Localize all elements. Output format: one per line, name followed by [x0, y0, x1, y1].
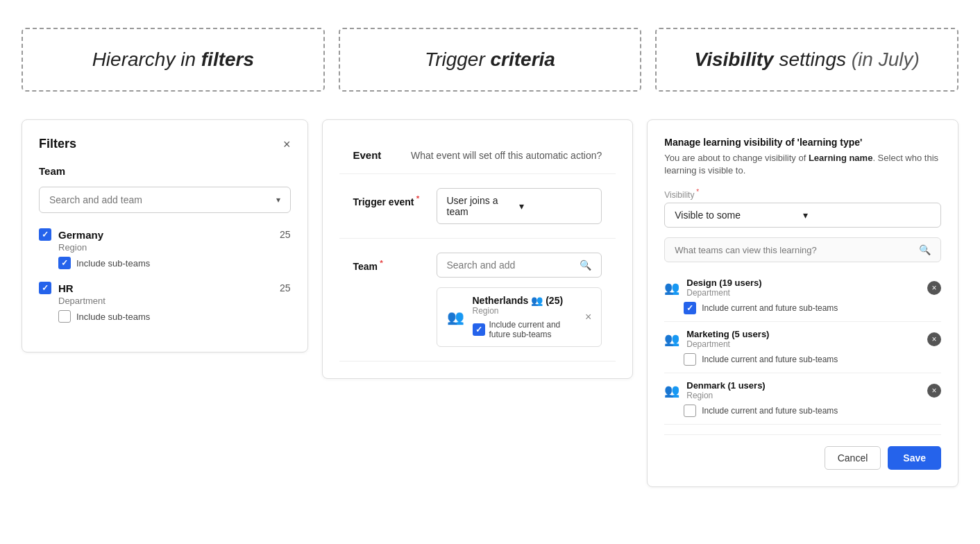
header-visibility-bold: Visibility	[695, 49, 774, 70]
trigger-team-tag: 👥 Netherlands 👥 (25) Region Include curr…	[437, 287, 602, 347]
vis-team-marketing: 👥 Marketing (5 users) Department × Inclu…	[664, 322, 941, 373]
vis-team-marketing-info: Marketing (5 users) Department	[686, 329, 920, 349]
vis-design-sub-row: Include current and future sub-teams	[684, 302, 941, 314]
trigger-team-row: Team * 🔍 👥 Netherlands 👥 (25) Reg	[339, 239, 616, 362]
visibility-search-icon: 🔍	[919, 244, 931, 255]
visibility-panel: Manage learning visibility of 'learning …	[647, 119, 958, 487]
filters-search-dropdown[interactable]: ▾	[39, 187, 291, 213]
header-trigger-title: Trigger criteria	[425, 49, 555, 71]
trigger-team-form-label: Team *	[353, 253, 423, 272]
vis-team-design-info: Design (19 users) Department	[686, 278, 920, 298]
header-filters-bold: filters	[201, 49, 254, 70]
hr-sub-row: Include sub-teams	[58, 310, 291, 323]
select-chevron-icon: ▾	[519, 201, 591, 212]
germany-sub-checkbox[interactable]	[58, 257, 71, 269]
trigger-question: What event will set off this automatic a…	[411, 150, 602, 161]
filters-section-title: Team	[39, 165, 291, 177]
visibility-field-label: Visibility *	[664, 188, 941, 200]
header-trigger-italic: Trigger	[425, 49, 490, 70]
germany-checkbox[interactable]	[39, 228, 51, 241]
design-sub-checkbox[interactable]	[684, 302, 696, 314]
filters-panel: Filters × Team ▾ Germany 25 Region Inclu…	[22, 119, 308, 352]
vis-team-marketing-type: Department	[686, 339, 920, 349]
germany-type: Region	[58, 242, 291, 253]
team-tag-sub-row: Include current and future sub-teams	[473, 320, 577, 339]
save-button[interactable]: Save	[888, 446, 941, 470]
netherlands-sub-checkbox[interactable]	[473, 323, 485, 336]
remove-netherlands-button[interactable]: ×	[585, 311, 591, 323]
vis-team-marketing-name: Marketing (5 users)	[686, 329, 920, 339]
denmark-sub-checkbox[interactable]	[684, 405, 696, 417]
trigger-team-content: 🔍 👥 Netherlands 👥 (25) Region Inclu	[437, 253, 602, 347]
filter-item-hr-row: HR 25	[39, 282, 291, 294]
marketing-sub-checkbox[interactable]	[684, 353, 696, 366]
vis-team-design-row: 👥 Design (19 users) Department ×	[664, 278, 941, 298]
hr-sub-label: Include sub-teams	[76, 312, 150, 322]
visibility-field-group: Visibility * Visible to some ▾	[664, 188, 941, 228]
visibility-search-input[interactable]	[675, 245, 919, 255]
vis-team-marketing-icon: 👥	[664, 332, 679, 347]
filter-item-germany-left: Germany	[39, 228, 103, 241]
filters-search-input[interactable]	[49, 194, 276, 205]
hr-sub-checkbox[interactable]	[58, 310, 71, 323]
header-filters-title: Hierarchy in filters	[92, 49, 254, 71]
header-trigger-bold: criteria	[491, 49, 555, 70]
trigger-team-search-input[interactable]	[447, 260, 580, 271]
header-row: Hierarchy in filters Trigger criteria Vi…	[22, 28, 958, 92]
trigger-event-label: Event	[353, 149, 382, 161]
header-box-visibility: Visibility settings (in July)	[655, 28, 958, 92]
filters-header: Filters ×	[39, 137, 291, 151]
visibility-subtitle: You are about to change visibility of Le…	[664, 152, 941, 177]
team-tag-icon: 👥	[447, 309, 464, 325]
trigger-event-form-label: Trigger event *	[353, 188, 423, 207]
vis-team-denmark-icon: 👥	[664, 383, 679, 398]
trigger-event-select[interactable]: User joins a team ▾	[437, 188, 602, 224]
vis-team-design: 👥 Design (19 users) Department × Include…	[664, 271, 941, 322]
germany-name: Germany	[58, 229, 103, 241]
trigger-header: Event What event will set off this autom…	[339, 137, 616, 174]
header-box-trigger: Trigger criteria	[339, 28, 642, 92]
visibility-select-value: Visible to some	[675, 210, 802, 221]
design-sub-label: Include current and future sub-teams	[702, 303, 838, 313]
trigger-event-content: User joins a team ▾	[437, 188, 602, 224]
vis-team-design-name: Design (19 users)	[686, 278, 920, 288]
trigger-panel: Event What event will set off this autom…	[322, 119, 634, 379]
germany-count: 25	[280, 229, 291, 240]
search-icon: 🔍	[580, 260, 591, 271]
vis-team-denmark-info: Denmark (1 users) Region	[686, 380, 920, 400]
remove-denmark-button[interactable]: ×	[927, 384, 941, 398]
remove-design-button[interactable]: ×	[927, 281, 941, 295]
hr-type: Department	[58, 296, 291, 306]
vis-team-design-type: Department	[686, 288, 920, 298]
vis-team-design-icon: 👥	[664, 280, 679, 296]
filter-item-hr: HR 25 Department Include sub-teams	[39, 282, 291, 323]
filter-item-hr-left: HR	[39, 282, 74, 294]
denmark-sub-label: Include current and future sub-teams	[702, 406, 838, 416]
trigger-event-row: Trigger event * User joins a team ▾	[339, 174, 616, 239]
filter-item-germany: Germany 25 Region Include sub-teams	[39, 228, 291, 269]
marketing-sub-label: Include current and future sub-teams	[702, 355, 838, 364]
team-tag-type: Region	[473, 306, 577, 316]
header-visibility-paren: (in July)	[852, 49, 920, 70]
visibility-title: Manage learning visibility of 'learning …	[664, 137, 941, 148]
trigger-event-value: User joins a team	[447, 195, 519, 217]
filters-close-button[interactable]: ×	[283, 138, 291, 151]
vis-team-denmark-type: Region	[686, 391, 920, 400]
visibility-chevron-icon: ▾	[803, 210, 931, 221]
remove-marketing-button[interactable]: ×	[927, 332, 941, 346]
hr-name: HR	[58, 282, 74, 294]
hr-checkbox[interactable]	[39, 282, 51, 294]
visibility-panel-footer: Cancel Save	[664, 434, 941, 470]
visibility-search[interactable]: 🔍	[664, 237, 941, 262]
vis-team-denmark-row: 👥 Denmark (1 users) Region ×	[664, 380, 941, 400]
hr-count: 25	[280, 282, 291, 294]
netherlands-sub-label: Include current and future sub-teams	[489, 320, 577, 339]
header-box-filters: Hierarchy in filters	[22, 28, 325, 92]
germany-sub-row: Include sub-teams	[58, 257, 291, 269]
visibility-select[interactable]: Visible to some ▾	[664, 203, 941, 228]
trigger-team-search[interactable]: 🔍	[437, 253, 602, 278]
cancel-button[interactable]: Cancel	[825, 446, 881, 470]
vis-team-denmark: 👥 Denmark (1 users) Region × Include cur…	[664, 373, 941, 425]
vis-team-marketing-row: 👥 Marketing (5 users) Department ×	[664, 329, 941, 349]
germany-sub-label: Include sub-teams	[76, 258, 150, 269]
